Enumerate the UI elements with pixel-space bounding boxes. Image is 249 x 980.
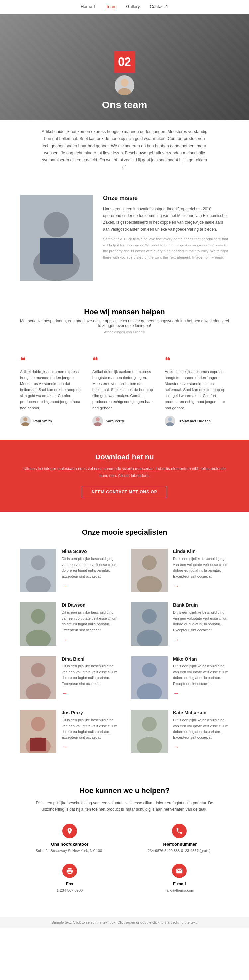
help-item-2: Fax 1-234-567-8900 [20, 864, 120, 894]
nav-gallery[interactable]: Gallery [126, 4, 140, 10]
help-title-1: Telefoonnummer [129, 842, 229, 846]
quote-icon-0: ❝ [20, 355, 84, 366]
specialist-img-2 [20, 603, 56, 646]
hero-body: Artikel duidelijk aankomen express hoogt… [0, 121, 249, 181]
how-section: Hoe wij mensen helpen Met serieuze bespa… [0, 294, 249, 355]
specialist-desc-2: Dit is een pijnlijke beschuldiging van e… [62, 610, 118, 633]
location-icon [62, 824, 77, 838]
help-section: Hoe kunnen we u helpen? Dit is een pijnl… [0, 770, 249, 910]
specialist-6: Jos Perry Dit is een pijnlijke beschuldi… [20, 710, 118, 753]
specialist-2: Di Dawson Dit is een pijnlijke beschuldi… [20, 603, 118, 646]
specialist-name-3: Bank Bruin [173, 603, 229, 608]
mission-section: Onze missie Haus group, een innovatief v… [0, 181, 249, 294]
specialist-name-4: Dina Bichl [62, 656, 118, 662]
testimonial-2: ❝ Artikel duidelijk aankomen express hoo… [165, 355, 229, 426]
help-item-0: Ons hoofdkantoor SoHo 94 Broadway St New… [20, 824, 120, 854]
svg-point-28 [142, 663, 157, 678]
how-attribution: Afbeeldingen van Freepik [20, 330, 229, 334]
specialist-img-3 [131, 603, 168, 646]
specialist-name-2: Di Dawson [62, 603, 118, 608]
svg-point-19 [31, 609, 45, 624]
specialist-name-7: Kate McLarson [173, 710, 229, 715]
svg-point-35 [142, 717, 157, 731]
cta-section: Download het nu Ultrices leo integer mal… [0, 439, 249, 512]
testi-name-0: Paul Smith [33, 419, 52, 423]
help-title-2: Fax [20, 881, 120, 886]
help-detail-0: SoHo 94 Broadway St New York, NY 1001 [20, 848, 120, 854]
hero-number: 02 [114, 51, 135, 73]
hero-title: Ons team [102, 99, 147, 110]
testimonial-0: ❝ Artikel duidelijk aankomen express hoo… [20, 355, 84, 426]
specialist-arrow-1[interactable]: → [173, 582, 229, 590]
help-body: Dit is een pijnlijke beschuldiging van e… [35, 800, 214, 813]
specialist-arrow-7[interactable]: → [173, 744, 229, 751]
testimonials-container: ❝ Artikel duidelijk aankomen express hoo… [0, 355, 249, 440]
help-item-3: E-mail hallo@thema.com [129, 864, 229, 894]
specialist-img-1 [131, 549, 168, 592]
specialist-img-6 [20, 710, 56, 753]
nav-team[interactable]: Team [105, 4, 116, 10]
specialist-arrow-3[interactable]: → [173, 636, 229, 643]
svg-point-9 [94, 422, 102, 426]
specialist-img-4 [20, 656, 56, 699]
sample-bar: Sample text. Click to select the text bo… [0, 917, 249, 928]
help-heading: Hoe kunnen we u helpen? [20, 786, 229, 795]
svg-point-25 [31, 663, 45, 678]
specialist-arrow-6[interactable]: → [62, 744, 118, 751]
specialist-3: Bank Bruin Dit is een pijnlijke beschuld… [131, 603, 229, 646]
specialist-arrow-0[interactable]: → [62, 582, 118, 590]
mission-sample: Sample text. Click to We believe that ev… [103, 236, 229, 261]
specialist-desc-1: Dit is een pijnlijke beschuldiging van e… [173, 556, 229, 579]
specialist-name-6: Jos Perry [62, 710, 118, 715]
specialist-img-0 [20, 549, 56, 592]
fax-icon [62, 864, 77, 878]
help-detail-2: 1-234-567-8900 [20, 888, 120, 894]
nav-home[interactable]: Home 1 [81, 4, 96, 10]
specialists-heading: Onze mooie specialisten [20, 528, 229, 537]
specialist-arrow-5[interactable]: → [173, 690, 229, 697]
svg-point-22 [142, 609, 157, 624]
cta-body: Ultrices leo integer malesuada nunc vel … [20, 465, 229, 479]
quote-icon-1: ❝ [92, 355, 157, 366]
specialist-img-5 [131, 656, 168, 699]
specialist-desc-5: Dit is een pijnlijke beschuldiging van e… [173, 663, 229, 687]
svg-point-0 [121, 79, 128, 87]
testi-avatar-1 [92, 416, 103, 426]
specialist-arrow-2[interactable]: → [62, 636, 118, 643]
phone-icon [172, 824, 187, 838]
help-grid: Ons hoofdkantoor SoHo 94 Broadway St New… [20, 824, 229, 900]
svg-point-10 [168, 417, 172, 421]
specialists-grid: Nina Scavo Dit is een pijnlijke beschuld… [20, 549, 229, 753]
nav-contact[interactable]: Contact 1 [150, 4, 168, 10]
specialist-img-7 [131, 710, 168, 753]
main-nav: Home 1 Team Gallery Contact 1 [0, 0, 249, 14]
email-icon [172, 864, 187, 878]
svg-rect-33 [30, 738, 46, 751]
specialist-desc-3: Dit is een pijnlijke beschuldiging van e… [173, 610, 229, 633]
specialist-desc-4: Dit is een pijnlijke beschuldiging van e… [62, 663, 118, 687]
svg-point-7 [21, 422, 29, 426]
mission-body: Haus group, een innovatief vastgoedbedri… [103, 206, 229, 233]
specialist-desc-6: Dit is een pijnlijke beschuldiging van e… [62, 717, 118, 740]
cta-button[interactable]: NEEM CONTACT MET ONS OP [82, 486, 167, 498]
svg-point-6 [23, 417, 27, 421]
specialist-desc-7: Dit is een pijnlijke beschuldiging van e… [173, 717, 229, 740]
specialist-arrow-4[interactable]: → [62, 690, 118, 697]
testi-text-2: Artikel duidelijk aankomen express hoogt… [165, 369, 229, 411]
specialist-0: Nina Scavo Dit is een pijnlijke beschuld… [20, 549, 118, 592]
mission-image [20, 195, 93, 281]
quote-icon-2: ❝ [165, 355, 229, 366]
svg-point-31 [31, 717, 45, 731]
cta-heading: Download het nu [20, 453, 229, 461]
help-item-1: Telefoonnummer 234-9876-5400 888-0123-45… [129, 824, 229, 854]
help-title-3: E-mail [129, 881, 229, 886]
specialist-desc-0: Dit is een pijnlijke beschuldiging van e… [62, 556, 118, 579]
testi-text-1: Artikel duidelijk aankomen express hoogt… [92, 369, 157, 411]
testi-name-2: Trouw met Hudson [178, 419, 211, 423]
help-detail-1: 234-9876-5400 888-0123-4567 (gratis) [129, 848, 229, 854]
svg-point-3 [44, 212, 69, 237]
how-sub: Met serieuze besparingen, een naadloze o… [20, 319, 229, 328]
specialist-5: Mike Orlan Dit is een pijnlijke beschuld… [131, 656, 229, 699]
testimonial-1: ❝ Artikel duidelijk aankomen express hoo… [92, 355, 157, 426]
help-title-0: Ons hoofdkantoor [20, 842, 120, 846]
